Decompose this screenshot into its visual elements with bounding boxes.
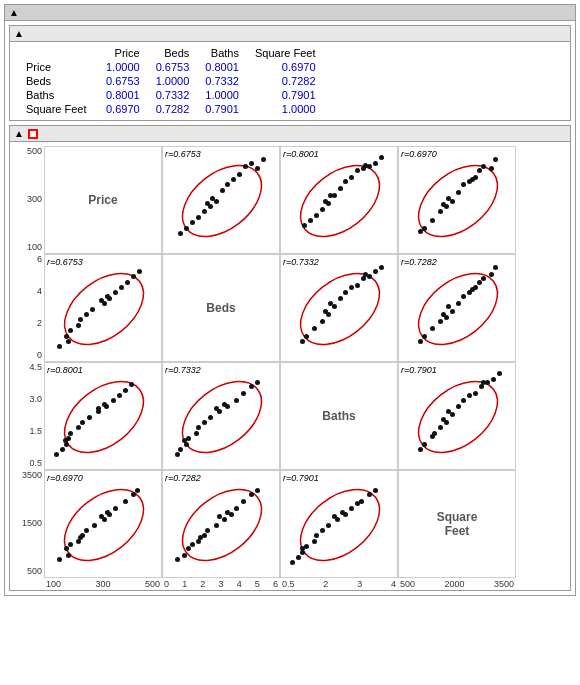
data-dot — [57, 557, 62, 562]
corr-cell: 0.8001 — [98, 88, 148, 102]
y-axis-labels: 6420 — [14, 254, 44, 362]
data-dot — [456, 404, 461, 409]
data-dot — [312, 539, 317, 544]
scatter-row: 4.53.01.50.5r=0.8001r=0.7332Bathsr=0.790… — [14, 362, 566, 470]
col-header-baths: Baths — [197, 46, 247, 60]
data-dot — [320, 207, 325, 212]
ellipse-svg — [163, 363, 280, 470]
corr-cell: 0.7901 — [247, 88, 324, 102]
corr-cell: 1.0000 — [197, 88, 247, 102]
corr-collapse-triangle[interactable]: ▲ — [14, 28, 24, 39]
correlations-table: Price Beds Baths Square Feet Price1.0000… — [18, 46, 324, 116]
x-axis-label: 6 — [273, 579, 278, 589]
data-dot — [456, 190, 461, 195]
corr-row-label: Beds — [18, 74, 98, 88]
data-dot — [102, 402, 107, 407]
data-dot — [323, 199, 328, 204]
corr-cell: 0.6970 — [247, 60, 324, 74]
data-dot — [234, 398, 239, 403]
y-axis-labels: 500300100 — [14, 146, 44, 254]
scatterplot-panel: ▲ 500300100Pricer=0.6753r=0.8001r=0.6970… — [9, 125, 571, 591]
x-axis-label: 4 — [391, 579, 396, 589]
data-dot — [208, 415, 213, 420]
multivariate-header: ▲ — [5, 5, 575, 21]
data-dot — [456, 301, 461, 306]
data-dot — [123, 388, 128, 393]
x-axis-label: 1 — [182, 579, 187, 589]
y-axis-label: 1500 — [22, 518, 42, 528]
data-dot — [477, 280, 482, 285]
collapse-triangle[interactable]: ▲ — [9, 7, 19, 18]
x-axis-label: 500 — [400, 579, 415, 589]
data-dot — [300, 546, 305, 551]
data-dot — [430, 218, 435, 223]
x-axis-label: 100 — [46, 579, 61, 589]
data-dot — [84, 312, 89, 317]
svg-point-1 — [287, 151, 392, 251]
y-axis-label: 3500 — [22, 470, 42, 480]
data-dot — [57, 344, 62, 349]
scatter-collapse-triangle[interactable]: ▲ — [14, 128, 24, 139]
data-dot — [489, 166, 494, 171]
data-dot — [182, 438, 187, 443]
data-dot — [237, 172, 242, 177]
y-axis-label: 6 — [37, 254, 42, 264]
data-dot — [90, 307, 95, 312]
scatter-row: 35001500500r=0.6970r=0.7282r=0.7901Squar… — [14, 470, 566, 578]
data-dot — [96, 406, 101, 411]
scatter-cell: Baths — [280, 362, 398, 470]
data-dot — [430, 326, 435, 331]
data-dot — [214, 406, 219, 411]
x-axis-label: 0.5 — [282, 579, 295, 589]
scatter-header: ▲ — [10, 126, 570, 142]
scatter-cell: r=0.8001 — [280, 146, 398, 254]
ellipse-svg — [45, 471, 162, 578]
corr-cell: 1.0000 — [247, 102, 324, 116]
data-dot — [92, 523, 97, 528]
data-dot — [76, 323, 81, 328]
data-dot — [418, 447, 423, 452]
multivariate-panel: ▲ ▲ Price Beds Baths Square Feet Price1.… — [4, 4, 576, 596]
y-axis-labels: 35001500500 — [14, 470, 44, 578]
data-dot — [241, 391, 246, 396]
x-axis-label: 5 — [255, 579, 260, 589]
svg-point-9 — [51, 475, 156, 575]
data-dot — [320, 528, 325, 533]
data-dot — [373, 161, 378, 166]
y-axis-label: 0.5 — [29, 458, 42, 468]
data-dot — [105, 294, 110, 299]
svg-point-2 — [405, 151, 510, 251]
data-dot — [123, 499, 128, 504]
corr-cell: 0.7282 — [148, 102, 198, 116]
scatter-cell: r=0.8001 — [44, 362, 162, 470]
ellipse-svg — [45, 363, 162, 470]
data-dot — [66, 553, 71, 558]
y-axis-label: 4.5 — [29, 362, 42, 372]
data-dot — [117, 393, 122, 398]
data-dot — [241, 499, 246, 504]
ellipse-svg — [45, 255, 162, 362]
data-dot — [450, 309, 455, 314]
x-axis-label: 2000 — [444, 579, 464, 589]
ellipse-svg — [399, 363, 516, 470]
scatter-cell: Square Feet — [398, 470, 516, 578]
ellipse-svg — [163, 471, 280, 578]
data-dot — [225, 510, 230, 515]
diagonal-label: Beds — [206, 301, 235, 315]
ellipse-svg — [281, 255, 398, 362]
data-dot — [64, 334, 69, 339]
x-axis-label: 2 — [200, 579, 205, 589]
data-dot — [473, 391, 478, 396]
scatter-red-icon — [28, 129, 38, 139]
data-dot — [314, 213, 319, 218]
data-dot — [125, 280, 130, 285]
data-dot — [255, 380, 260, 385]
scatter-cell: r=0.7282 — [162, 470, 280, 578]
corr-cell: 0.6753 — [148, 60, 198, 74]
x-axis-label: 3500 — [494, 579, 514, 589]
scatter-cell: r=0.6970 — [44, 470, 162, 578]
data-dot — [99, 514, 104, 519]
y-axis-label: 1.5 — [29, 426, 42, 436]
ellipse-svg — [399, 147, 516, 254]
scatter-cell: r=0.7901 — [398, 362, 516, 470]
